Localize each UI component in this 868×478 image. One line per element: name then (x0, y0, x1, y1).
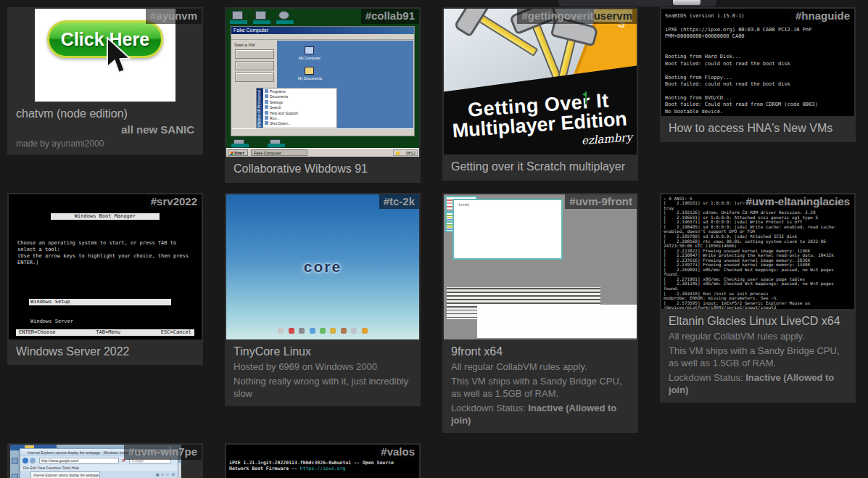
vm-card-srv2022[interactable]: #srv2022 Windows Boot Manager Choose an … (7, 193, 203, 366)
window-titlebar: Fake Computer (231, 27, 414, 34)
vm-description: This VM ships with a Sandy Bridge CPU, a… (451, 375, 629, 400)
boot-option-selected: Windows Setup (29, 299, 171, 305)
blank-window (477, 305, 637, 338)
start-menu-item: Programs (265, 89, 335, 94)
vm-card-valos[interactable]: #valos iPXE 1.21.1+git-20220113.fbbdc392… (225, 443, 421, 478)
dock-icon (289, 328, 294, 334)
taskbar: Start Fake Computer 0812 (226, 148, 419, 157)
my-documents-icon (305, 67, 314, 75)
forward-icon (30, 458, 36, 463)
lockdown-status: Lockdown Status: Inactive (Allowed to jo… (669, 371, 847, 397)
dock-icon (320, 328, 326, 334)
vm-card-ayunvm[interactable]: #ayunvm Click Here chatvm (node edition)… (7, 7, 203, 154)
my-computer-icon (305, 46, 314, 54)
vm-title: chatvm (node edition) (16, 106, 194, 122)
ipxe-url-link: https://ipxe.org (300, 466, 346, 471)
cursor-arrow-icon (104, 36, 135, 75)
sidebar-heading: Start a VM (234, 43, 255, 47)
back-icon (22, 458, 28, 463)
dock-icon (330, 328, 336, 334)
vm-tag: #hnaguide (791, 9, 854, 24)
vm-tag: #uvm-win7pe (124, 445, 202, 460)
fake-computer-window: Fake Computer Start a VM My Computer My … (231, 26, 415, 136)
vm-description: Nothing really wrong with it, just incre… (233, 375, 412, 400)
vm-title: 9front x64 (451, 344, 629, 360)
dock-icon (278, 328, 284, 334)
desktop-app-icon (278, 11, 289, 20)
vm-tag: #collab91 (361, 9, 419, 24)
vm-thumbnail-tc-2k[interactable]: core (226, 194, 419, 339)
vm-card-uvm-9front[interactable]: #uvm-9front term% 9front x64 All regular… (442, 193, 638, 433)
start-menu-item: Run... (265, 116, 335, 121)
vm-thumbnail-uvm-eltaninglacies[interactable]: : 0 ANSI: 5 [ 2.190161] sr 1:0:0:0: [sr0… (661, 194, 854, 309)
vm-card-grid: #ayunvm Click Here chatvm (node edition)… (0, 0, 868, 478)
vm-title: TinyCore Linux (233, 344, 412, 360)
vm-title: Getting over it Scratch multiplayer (451, 159, 629, 175)
tray-icon (396, 152, 400, 155)
vm-tag: #uvm-eltaninglacies (742, 194, 854, 210)
cutoff-popup-button[interactable] (673, 0, 700, 5)
vm-thumbnail-collab91[interactable]: Fake Computer Start a VM My Computer My … (226, 9, 419, 157)
vm-title: Eltanin Glacies Linux LiveCD x64 (669, 313, 847, 329)
dock-icon (362, 328, 368, 334)
vm-card-gettingoverituservm[interactable]: #gettingoverituservm clicken clicken (442, 7, 638, 181)
vm-byline: made by ayunami2000 (16, 139, 194, 149)
vm-tag: #tc-2k (379, 194, 419, 210)
vm-description: All regular CollabVM rules apply. (669, 330, 847, 343)
vm-title: Collaborative Wibdows 91 (233, 161, 412, 177)
vm-title: How to access HNA's New VMs (669, 120, 847, 136)
address-bar[interactable]: http://www.google.com/ (39, 458, 119, 463)
vm-title: Windows Server 2022 (16, 344, 194, 360)
rio-terminal-window: term% (452, 199, 563, 260)
dock-icon (299, 328, 305, 334)
vm-tag: #valos (376, 445, 419, 460)
cutoff-popup (558, 0, 716, 7)
dock-icon (351, 328, 357, 334)
vm-card-collab91[interactable]: #collab91 Fake Computer Start a VM My (225, 7, 421, 183)
vm-card-hnaguide[interactable]: #hnaguide SeaBIOS (version 1.15.0-1) iPX… (660, 7, 856, 142)
menu-bar: File Edit View Favorites Tools Help (20, 465, 178, 471)
vm-launch-button (235, 61, 274, 70)
green-flag-icon (580, 90, 592, 106)
vm-tag: #srv2022 (146, 194, 202, 210)
vm-launch-button (235, 49, 274, 59)
vm-launch-button (235, 73, 274, 82)
windows-logo-icon (230, 152, 233, 155)
command-bar-icons: ▦ ▾ ☆ ⚙ (156, 472, 175, 477)
start-menu-item: Settings (265, 100, 335, 105)
desktop-computer-icon (232, 11, 243, 20)
start-menu: Windows XP Professional Programs Documen… (256, 88, 337, 128)
taskbar-clock: 0812 (406, 151, 416, 155)
tinycore-logo: core (226, 258, 419, 276)
desktop-paint-icon (255, 11, 266, 20)
tab-bar: Internet Explorer cannot display the web… (20, 471, 178, 478)
vm-thumbnail-uvm-9front[interactable]: term% (444, 194, 637, 339)
system-tray: 0812 (393, 149, 418, 156)
vm-card-tc-2k[interactable]: #tc-2k core TinyCore Linux Hosted by 696… (225, 193, 421, 406)
vm-thumbnail-gettingoverituservm[interactable]: clicken clicken Getting Over It Multipla… (444, 9, 637, 154)
start-menu-item: Help and Support (265, 111, 335, 116)
vm-card-uvm-eltaninglacies[interactable]: #uvm-eltaninglacies : 0 ANSI: 5 [ 2.1901… (660, 193, 856, 403)
desktop-icon (12, 458, 18, 464)
dock-icon (310, 328, 315, 334)
find-highlight: uservm (594, 9, 632, 22)
browser-tab: Internet Explorer cannot display the web… (30, 471, 100, 478)
vm-tag: #ayunvm (146, 9, 202, 24)
lockdown-status: Lockdown Status: Inactive (Allowed to jo… (451, 402, 629, 427)
boot-manager-footer: ENTER=Choose TAB=Menu ESC=Cancel (16, 329, 194, 336)
vm-tag: #gettingoverituservm (517, 9, 637, 24)
vm-thumbnail-hnaguide[interactable]: SeaBIOS (version 1.15.0-1) iPXE (https:/… (661, 9, 854, 116)
vm-tagline: all new SANIC (16, 123, 194, 136)
start-menu-item: Documents (265, 94, 335, 99)
vm-tag: #uvm-9front (565, 194, 637, 210)
vm-thumbnail-srv2022[interactable]: Windows Boot Manager Choose an operating… (9, 194, 202, 339)
start-button: Start (228, 149, 248, 156)
vm-card-uvm-win7pe[interactable]: #uvm-win7pe Internet Explorer cannot dis… (7, 443, 203, 478)
dock-icon (341, 328, 347, 334)
boot-option: Windows Server (29, 318, 171, 325)
start-menu-item: Search (265, 105, 335, 110)
start-menu-banner: Windows XP Professional (257, 88, 263, 128)
vm-description: This VM ships with a Sandy Bridge CPU, a… (669, 345, 847, 370)
boot-manager-header: Windows Boot Manager (51, 213, 160, 220)
desktop-icon (12, 474, 18, 478)
